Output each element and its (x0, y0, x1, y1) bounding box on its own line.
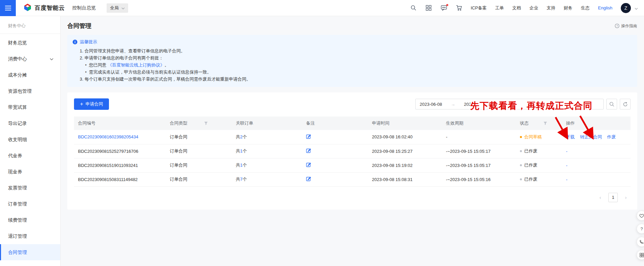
help-button[interactable]: ? (637, 224, 644, 234)
search-icon[interactable] (410, 5, 417, 11)
sidebar-item-export-records[interactable]: 导出记录 (0, 115, 60, 131)
sidebar-item-consumption-center[interactable]: 消费中心 (0, 51, 60, 67)
nav-ecosystem[interactable]: 生态 (581, 5, 590, 11)
nav-tickets[interactable]: 工单 (495, 5, 504, 11)
col-status: 状态 (516, 117, 562, 130)
sidebar-item-cash-coupons[interactable]: 现金券 (0, 164, 60, 180)
next-page-button[interactable]: › (621, 193, 631, 202)
edit-remark-icon[interactable] (306, 176, 311, 182)
col-remark: 备注 (302, 117, 368, 130)
language-toggle[interactable]: English (598, 5, 612, 10)
pagination: ‹ 1 › (74, 193, 631, 202)
table-row: BDC202309081519011093241 订单合同 共1个 2023-0… (74, 158, 631, 172)
avatar-chevron-down-icon[interactable] (635, 5, 638, 11)
status-dot (520, 136, 522, 138)
nav-support[interactable]: 支持 (546, 5, 555, 11)
topbar: 百度智能云 控制台总览 全局 ICP备案 工单 文档 企业 支持 财务 生态 E… (0, 0, 644, 16)
page-number[interactable]: 1 (608, 193, 618, 202)
sidebar-item-cost-allocation[interactable]: 成本分摊 (0, 67, 60, 83)
prev-page-button[interactable]: ‹ (596, 193, 605, 202)
favorite-heart-button[interactable] (637, 211, 644, 221)
col-actions: 操作 (562, 117, 631, 130)
agreement-link[interactable]: 《百度智能云线上订购协议》 (108, 62, 164, 68)
sidebar-section-title: 财务中心 (0, 16, 60, 34)
console-overview-link[interactable]: 控制台总览 (72, 5, 96, 11)
nav-enterprise[interactable]: 企业 (529, 5, 538, 11)
valid-period: -~2023-09-15 15:05:17 (442, 144, 516, 158)
status-dot (520, 178, 522, 180)
edit-remark-icon[interactable] (306, 134, 311, 140)
sidebar-item-renewal-management[interactable]: 续费管理 (0, 212, 60, 228)
sidebar-item-resource-packages[interactable]: 资源包管理 (0, 83, 60, 99)
related-orders: 共7个 (232, 172, 302, 186)
apply-time: 2023-09-08 15:08:31 (368, 172, 442, 186)
col-label: 状态 (520, 121, 529, 126)
message-icon[interactable] (441, 5, 447, 11)
brand-name: 百度智能云 (35, 4, 65, 12)
sidebar-item-finance-overview[interactable]: 财务总览 (0, 35, 60, 51)
apps-grid-icon[interactable] (425, 5, 432, 11)
scope-value: 全局 (110, 5, 119, 11)
search-button[interactable] (606, 99, 617, 109)
contract-type: 订单合同 (166, 144, 232, 158)
apply-contract-label: 申请合同 (85, 101, 103, 107)
table-row: BDC202309081602398205434 订单合同 共2个 2023-0… (74, 130, 631, 144)
table-row: BDC202309081508311149482 订单合同 共7个 2023-0… (74, 172, 631, 186)
avatar[interactable]: Z (621, 3, 631, 13)
mini-apps-button[interactable] (637, 250, 644, 260)
status-badge: 合同草稿 (520, 134, 562, 140)
question-icon: ? (640, 226, 643, 231)
nav-icp[interactable]: ICP备案 (471, 5, 487, 11)
edit-remark-icon[interactable] (306, 148, 311, 154)
contract-no: BDC202309081525279716706 (78, 149, 138, 154)
related-orders: 共2个 (232, 130, 302, 144)
sidebar-item-income-expense[interactable]: 收支明细 (0, 131, 60, 147)
apply-time: 2023-09-08 15:25:27 (368, 144, 442, 158)
scope-selector[interactable]: 全局 (107, 3, 128, 13)
cart-icon[interactable] (456, 5, 462, 11)
refresh-button[interactable] (620, 99, 631, 109)
hamburger-menu-icon[interactable] (0, 0, 16, 16)
contract-type: 订单合同 (166, 172, 232, 186)
table-row: BDC202309081525279716706 订单合同 共1个 2023-0… (74, 144, 631, 158)
bullet-suffix: 。 (164, 62, 169, 68)
search-icon (609, 102, 614, 107)
date-start-value[interactable]: 2023-06-08 (420, 102, 442, 107)
date-end-value[interactable]: 2023-0 (464, 102, 478, 107)
col-valid-period: 生效周期 (442, 117, 516, 130)
main-content: 合同管理 ? 操作指南 i 温馨提示 1. 合同管理支持您申请、查看带订单信息的… (61, 16, 644, 266)
status-badge: 已作废 (520, 162, 562, 168)
action-download[interactable]: 下载 (566, 134, 575, 139)
valid-period: - (442, 130, 516, 144)
action-placeholder: - (566, 163, 567, 168)
action-convert-formal[interactable]: 转正式合同 (580, 134, 602, 139)
apply-time: 2023-09-08 16:02:40 (368, 130, 442, 144)
notification-badge (446, 4, 448, 6)
brand-logo[interactable]: 百度智能云 (23, 3, 65, 13)
status-badge: 已作废 (520, 148, 562, 154)
filter-icon[interactable] (543, 122, 547, 125)
sidebar-item-invoice-management[interactable]: 发票管理 (0, 180, 60, 196)
filter-icon[interactable] (204, 122, 208, 125)
sidebar-item-contract-management[interactable]: 合同管理 (0, 244, 60, 260)
operation-guide-link[interactable]: ? 操作指南 (615, 23, 637, 29)
action-void[interactable]: 作废 (607, 134, 616, 139)
col-apply-time: 申请时间 (368, 117, 442, 130)
nav-finance[interactable]: 财务 (564, 5, 572, 11)
apply-contract-button[interactable]: + 申请合同 (74, 98, 109, 110)
sidebar-item-bandwidth-trial[interactable]: 带宽试算 (0, 99, 60, 115)
date-range-picker[interactable]: 2023-06-08 → 2023-0 (415, 99, 604, 109)
contract-no-link[interactable]: BDC202309081602398205434 (78, 134, 138, 139)
notice-line: 2. 申请带订单信息的电子合同有两个前提： (73, 54, 632, 61)
edit-remark-icon[interactable] (306, 162, 311, 168)
sidebar-item-vouchers[interactable]: 代金券 (0, 147, 60, 164)
bullet-glyph: • (85, 70, 87, 75)
heart-icon (639, 214, 644, 218)
status-dot (520, 150, 522, 152)
contact-phone-button[interactable] (637, 237, 644, 247)
sidebar-item-unsubscribe-management[interactable]: 退订管理 (0, 228, 60, 244)
notice-title: 温馨提示 (80, 39, 97, 45)
nav-docs[interactable]: 文档 (512, 5, 521, 11)
related-orders: 共1个 (232, 158, 302, 172)
sidebar-item-order-management[interactable]: 订单管理 (0, 196, 60, 212)
